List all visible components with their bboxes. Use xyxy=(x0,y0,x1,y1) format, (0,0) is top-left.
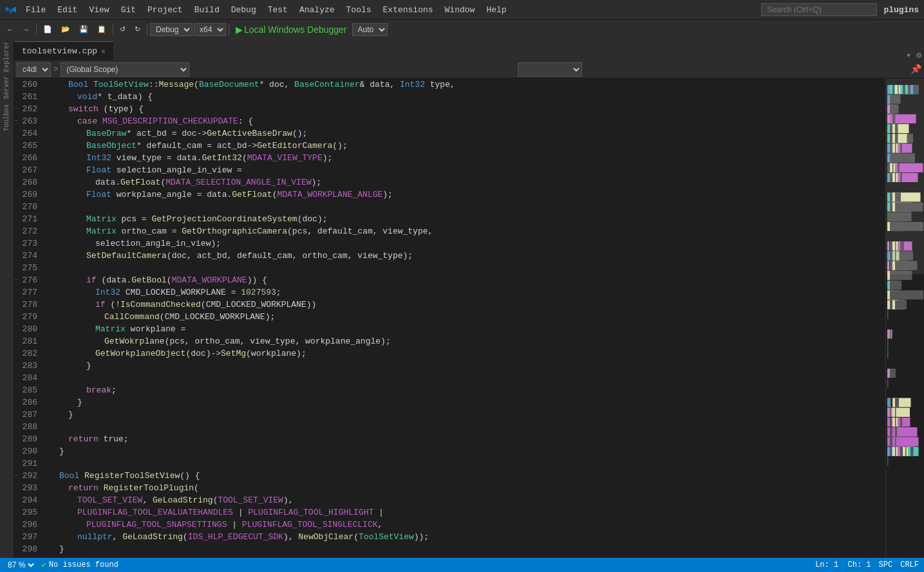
token: return xyxy=(68,434,99,444)
line-number: −262 xyxy=(14,103,42,115)
fold-icon[interactable]: − xyxy=(14,274,18,286)
token: , xyxy=(113,532,123,542)
zoom-select[interactable]: 87 % xyxy=(5,560,36,570)
code-line: } xyxy=(50,360,885,372)
toolbar-forward-btn[interactable]: → xyxy=(19,24,33,35)
tab-toolsetview[interactable]: toolsetview.cpp ✕ xyxy=(14,41,113,60)
settings-icon[interactable]: ⚙ xyxy=(916,50,921,60)
token: , xyxy=(377,520,382,530)
run-debugger-label: Local Windows Debugger xyxy=(244,24,347,35)
token: 1027593 xyxy=(241,288,276,297)
token: * act_bd = doc-> xyxy=(126,129,207,138)
token: workplane = xyxy=(126,324,186,334)
toolbar-new-btn[interactable]: 📄 xyxy=(39,24,56,35)
tab-label: toolsetview.cpp xyxy=(22,46,97,56)
code-line: Int32 view_type = data.GetInt32(MDATA_VI… xyxy=(50,152,885,164)
menu-view[interactable]: View xyxy=(84,4,114,16)
token: GetBool xyxy=(131,275,167,285)
search-input[interactable] xyxy=(761,3,877,16)
tab-down-arrow[interactable]: ▾ xyxy=(906,50,911,60)
fold-icon[interactable]: − xyxy=(14,470,18,482)
toolbar-save-btn[interactable]: 💾 xyxy=(75,24,92,35)
file-select[interactable]: c4dl xyxy=(17,62,51,77)
sidebar-item-server-explorer[interactable]: Server Explorer xyxy=(3,41,10,99)
platform-select[interactable]: x64 xyxy=(194,23,226,36)
fold-icon[interactable]: − xyxy=(14,115,18,127)
menu-test[interactable]: Test xyxy=(263,4,293,16)
breadcrumb-sep: > xyxy=(53,65,58,74)
code-line: break; xyxy=(50,384,885,396)
menu-git[interactable]: Git xyxy=(116,4,141,16)
token: Int32 xyxy=(86,153,111,163)
symbol-select[interactable] xyxy=(518,62,582,77)
toolbar-redo-btn[interactable]: ↻ xyxy=(131,24,144,35)
menu-debug[interactable]: Debug xyxy=(226,4,261,16)
code-line: Int32 CMD_LOCKED_WORKPLANE = 1027593; xyxy=(50,286,885,299)
token: GetWorkplaneObject xyxy=(95,349,185,358)
code-line: Matrix workplane = xyxy=(50,323,885,335)
toolbar-undo-btn[interactable]: ↺ xyxy=(116,24,129,35)
token: * t_data) { xyxy=(97,92,153,102)
menu-edit[interactable]: Edit xyxy=(52,4,82,16)
code-line: GetWorkplaneObject(doc)->SetMg(workplane… xyxy=(50,347,885,360)
token: (! xyxy=(106,300,120,309)
menu-file[interactable]: File xyxy=(21,4,51,16)
main-area: Server Explorer Toolbox toolsetview.cpp … xyxy=(0,39,924,558)
code-line: } xyxy=(50,543,885,555)
token: (); xyxy=(292,129,307,138)
token: selection_angle_in_view); xyxy=(95,239,221,248)
menu-analyze[interactable]: Analyze xyxy=(294,4,340,16)
toolbar-open-btn[interactable]: 📂 xyxy=(57,24,74,35)
code-line xyxy=(50,262,885,274)
run-debugger-btn[interactable]: ▶ Local Windows Debugger xyxy=(232,23,351,36)
menu-window[interactable]: Window xyxy=(440,4,480,16)
token: ); xyxy=(382,190,393,199)
token: Int32 xyxy=(95,288,120,297)
token: GetOrthographicCamera xyxy=(182,226,287,236)
menu-project[interactable]: Project xyxy=(142,4,188,16)
token: ), xyxy=(283,532,298,542)
token: * doc, xyxy=(259,80,295,89)
token: GetProjectionCoordinateSystem xyxy=(151,214,297,224)
toolbar-back-btn[interactable]: ← xyxy=(3,24,17,35)
config-select[interactable]: Auto xyxy=(352,23,388,36)
sidebar-item-toolbox[interactable]: Toolbox xyxy=(3,104,10,131)
zoom-item: 87 % xyxy=(5,560,36,570)
token: ( xyxy=(194,80,199,89)
code-line: PLUGINFLAG_TOOL_SNAPSETTINGS | PLUGINFLA… xyxy=(50,519,885,531)
token: ); xyxy=(312,178,322,187)
token: case xyxy=(77,116,102,126)
menu-build[interactable]: Build xyxy=(189,4,225,16)
token: true; xyxy=(99,434,129,444)
menu-tools[interactable]: Tools xyxy=(341,4,377,16)
tab-close-btn[interactable]: ✕ xyxy=(101,47,106,55)
code-line: return RegisterToolPlugin( xyxy=(50,482,885,494)
token: (pcs, ortho_cam, view_type, workplane_an… xyxy=(165,337,391,346)
token: Int32 xyxy=(400,80,425,89)
code-content[interactable]: Bool ToolSetView::Message(BaseDocument* … xyxy=(48,78,885,558)
token: ( xyxy=(167,275,172,285)
code-line: nullptr, GeLoadString(IDS_HLP_EDGECUT_SD… xyxy=(50,531,885,543)
fold-icon[interactable]: − xyxy=(14,103,18,115)
line-number: 297 xyxy=(14,531,42,543)
token: )); xyxy=(414,532,429,542)
scope-select[interactable]: (Global Scope) xyxy=(61,62,189,77)
token: RegisterToolSetView xyxy=(84,471,180,481)
token: MSG_DESCRIPTION_CHECKUPDATE xyxy=(102,116,238,126)
toolbar-save-all-btn[interactable]: 📋 xyxy=(93,24,110,35)
menu-help[interactable]: Help xyxy=(481,4,511,16)
token: Matrix xyxy=(86,226,117,236)
code-line: if (data.GetBool(MDATA_WORKPLANE)) { xyxy=(50,274,885,286)
token: GetWokrplane xyxy=(104,337,165,346)
encoding-label: SPC xyxy=(879,560,893,569)
menu-bar: File Edit View Git Project Build Debug T… xyxy=(21,3,919,16)
line-number: 271 xyxy=(14,213,42,225)
pin-icon[interactable]: 📌 xyxy=(910,64,921,75)
token: Bool xyxy=(59,471,79,481)
toolbar-sep-2 xyxy=(113,24,113,35)
token: ToolSetView xyxy=(93,80,149,89)
line-number: 279 xyxy=(14,311,42,323)
token: ; xyxy=(276,288,281,297)
debug-config-select[interactable]: Debug xyxy=(150,23,193,36)
menu-extensions[interactable]: Extensions xyxy=(378,4,438,16)
